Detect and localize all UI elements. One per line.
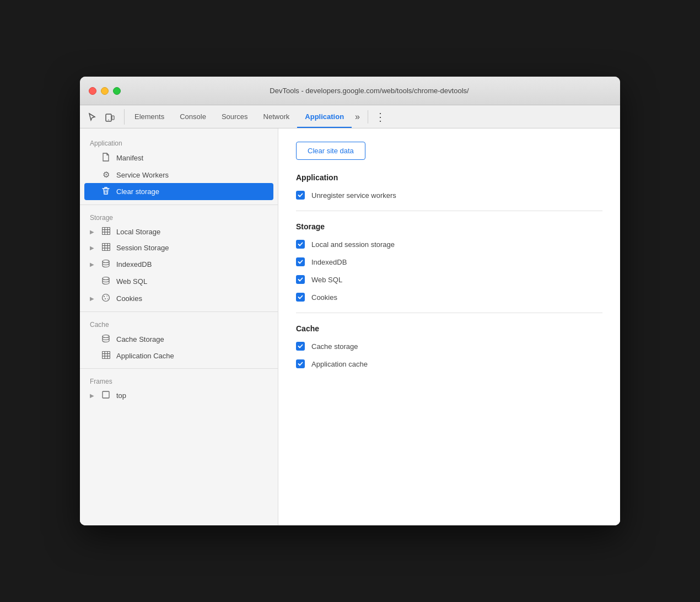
panel-section-storage-title: Storage xyxy=(296,222,602,231)
panel-section-application-title: Application xyxy=(296,173,602,182)
sidebar-item-session-storage[interactable]: ▶ Session Storage xyxy=(80,240,278,256)
more-tabs-button[interactable]: » xyxy=(352,112,363,122)
tab-console[interactable]: Console xyxy=(172,105,214,128)
sidebar-section-storage-header: Storage xyxy=(80,209,278,224)
expand-arrow-top: ▶ xyxy=(90,393,95,399)
sidebar-item-local-storage[interactable]: ▶ Local Storage xyxy=(80,224,278,240)
svg-rect-26 xyxy=(103,391,109,398)
sidebar-label-service-workers: Service Workers xyxy=(116,171,268,179)
sidebar-divider-1 xyxy=(80,205,278,205)
cache-storage-icon xyxy=(101,334,111,345)
toolbar-separator xyxy=(368,110,368,123)
checkbox-cookies-box[interactable] xyxy=(296,293,305,302)
svg-point-18 xyxy=(105,298,106,299)
local-storage-icon xyxy=(101,227,111,237)
sidebar-label-local-storage: Local Storage xyxy=(116,228,268,236)
sidebar-label-indexeddb: IndexedDB xyxy=(116,260,268,268)
checkbox-application-cache-label: Application cache xyxy=(311,360,368,368)
main-content: Application Manifest ⚙ Service Workers xyxy=(80,128,620,525)
sidebar-label-web-sql: Web SQL xyxy=(116,277,268,286)
tabs: Elements Console Sources Network Applica… xyxy=(127,105,352,128)
clear-storage-icon xyxy=(101,186,111,197)
toolbar-icons xyxy=(84,109,125,125)
session-storage-icon xyxy=(101,243,111,252)
checkbox-unregister-sw-label: Unregister service workers xyxy=(311,191,396,200)
expand-arrow-session: ▶ xyxy=(90,245,95,251)
panel-section-cache-title: Cache xyxy=(296,324,602,333)
checkbox-local-session-box[interactable] xyxy=(296,240,305,249)
indexeddb-icon xyxy=(101,259,111,270)
checkbox-indexeddb-box[interactable] xyxy=(296,257,305,266)
title-bar: DevTools - developers.google.com/web/too… xyxy=(80,77,620,105)
checkbox-web-sql[interactable]: Web SQL xyxy=(296,275,602,284)
tab-application[interactable]: Application xyxy=(297,105,352,128)
sidebar-item-cache-storage[interactable]: Cache Storage xyxy=(80,331,278,348)
checkbox-unregister-sw-box[interactable] xyxy=(296,191,305,200)
checkbox-application-cache[interactable]: Application cache xyxy=(296,359,602,368)
close-button[interactable] xyxy=(89,87,96,95)
tab-network[interactable]: Network xyxy=(256,105,298,128)
clear-site-data-button[interactable]: Clear site data xyxy=(296,142,365,160)
expand-arrow-indexeddb: ▶ xyxy=(90,261,95,267)
svg-rect-21 xyxy=(102,352,110,359)
svg-point-13 xyxy=(103,260,109,263)
checkbox-indexeddb[interactable]: IndexedDB xyxy=(296,257,602,266)
sidebar-divider-2 xyxy=(80,311,278,312)
tab-sources[interactable]: Sources xyxy=(214,105,256,128)
sidebar-section-application-header: Application xyxy=(80,135,278,149)
cookies-icon xyxy=(101,293,111,304)
sidebar-item-cookies[interactable]: ▶ Cookies xyxy=(80,290,278,307)
checkbox-cookies[interactable]: Cookies xyxy=(296,293,602,302)
svg-point-16 xyxy=(104,296,105,297)
sidebar-item-manifest[interactable]: Manifest xyxy=(80,149,278,166)
sidebar-section-frames-header: Frames xyxy=(80,373,278,388)
sidebar-item-service-workers[interactable]: ⚙ Service Workers xyxy=(80,166,278,183)
tab-elements[interactable]: Elements xyxy=(127,105,172,128)
svg-point-17 xyxy=(106,295,107,297)
traffic-lights xyxy=(89,87,121,95)
checkbox-indexeddb-label: IndexedDB xyxy=(311,258,347,266)
frame-icon xyxy=(101,391,111,400)
panel-divider-2 xyxy=(296,313,602,313)
sidebar-item-indexeddb[interactable]: ▶ IndexedDB xyxy=(80,256,278,273)
sidebar: Application Manifest ⚙ Service Workers xyxy=(80,128,278,525)
sidebar-label-cache-storage: Cache Storage xyxy=(116,335,268,343)
checkbox-cache-storage[interactable]: Cache storage xyxy=(296,342,602,351)
sidebar-label-application-cache: Application Cache xyxy=(116,352,268,360)
expand-arrow-cookies: ▶ xyxy=(90,295,95,302)
manifest-icon xyxy=(101,153,111,163)
checkbox-unregister-sw[interactable]: Unregister service workers xyxy=(296,191,602,200)
expand-arrow-local: ▶ xyxy=(90,229,95,235)
panel: Clear site data Application Unregister s… xyxy=(278,128,620,525)
panel-divider-1 xyxy=(296,211,602,211)
sidebar-item-top[interactable]: ▶ top xyxy=(80,388,278,404)
svg-point-14 xyxy=(103,277,109,280)
svg-point-19 xyxy=(107,298,107,299)
checkbox-web-sql-label: Web SQL xyxy=(311,276,342,284)
checkbox-local-session-label: Local and session storage xyxy=(311,240,395,249)
cursor-icon[interactable] xyxy=(84,109,100,125)
devtools-window: DevTools - developers.google.com/web/too… xyxy=(80,77,620,525)
sidebar-label-session-storage: Session Storage xyxy=(116,244,268,252)
minimize-button[interactable] xyxy=(101,87,109,95)
svg-rect-1 xyxy=(112,116,114,120)
checkbox-web-sql-box[interactable] xyxy=(296,275,305,284)
sidebar-item-clear-storage[interactable]: Clear storage xyxy=(84,183,273,200)
maximize-button[interactable] xyxy=(113,87,121,95)
svg-point-2 xyxy=(108,119,109,120)
web-sql-icon xyxy=(101,276,111,287)
sidebar-divider-3 xyxy=(80,368,278,369)
sidebar-label-cookies: Cookies xyxy=(116,294,268,303)
sidebar-label-top: top xyxy=(116,391,268,400)
checkbox-cache-storage-box[interactable] xyxy=(296,342,305,351)
checkbox-application-cache-box[interactable] xyxy=(296,359,305,368)
device-toggle-icon[interactable] xyxy=(102,109,117,125)
sidebar-item-application-cache[interactable]: Application Cache xyxy=(80,348,278,364)
toolbar: Elements Console Sources Network Applica… xyxy=(80,105,620,128)
sidebar-section-cache-header: Cache xyxy=(80,316,278,331)
checkbox-local-session-storage[interactable]: Local and session storage xyxy=(296,240,602,249)
sidebar-item-web-sql[interactable]: Web SQL xyxy=(80,273,278,290)
svg-rect-8 xyxy=(102,244,110,251)
devtools-menu-button[interactable]: ⋮ xyxy=(373,110,388,123)
window-title: DevTools - developers.google.com/web/too… xyxy=(127,87,611,95)
